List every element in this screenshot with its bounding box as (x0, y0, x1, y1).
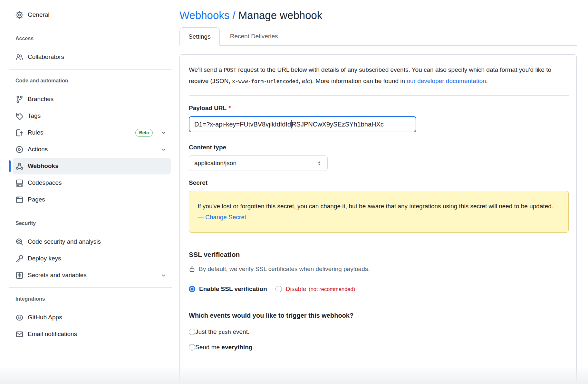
git-branch-icon (15, 95, 24, 103)
select-arrows-icon (316, 160, 322, 166)
sidebar-item-label: Codespaces (28, 179, 62, 186)
developer-documentation-link[interactable]: our developer documentation (407, 78, 486, 84)
just-push-radio[interactable] (189, 329, 195, 335)
disable-ssl-label[interactable]: Disable (286, 286, 306, 293)
sidebar-item-label: Code security and analysis (28, 238, 101, 245)
lock-icon (189, 266, 195, 272)
sidebar-item-label: Secrets and variables (28, 272, 87, 279)
sidebar-item-secrets-variables[interactable]: Secrets and variables (13, 267, 171, 284)
sidebar-item-label: Deploy keys (28, 255, 61, 262)
chevron-down-icon[interactable] (161, 147, 166, 152)
sidebar-item-label: General (28, 11, 50, 18)
browser-icon (15, 196, 24, 204)
post-code: POST (224, 67, 236, 73)
push-code: push (218, 329, 231, 335)
ssl-verification-heading: SSL verification (189, 250, 569, 259)
payload-url-value: D1=?x-api-key=FUtvBV8vjlkfdfdfd (194, 121, 291, 128)
ssl-description-text: By default, we verify SSL certificates w… (199, 266, 370, 273)
breadcrumb[interactable]: Webhooks / (179, 9, 236, 21)
gear-icon (15, 11, 24, 19)
webhook-form-panel: We’ll send a POST request to the URL bel… (179, 54, 577, 384)
play-icon (15, 145, 24, 154)
payload-url-label-text: Payload URL (189, 105, 227, 111)
sidebar-item-code-security[interactable]: Code security and analysis (13, 233, 171, 250)
change-secret-link[interactable]: Change Secret (205, 214, 246, 220)
send-everything-radio[interactable] (189, 344, 195, 351)
sidebar-item-label: Actions (28, 146, 48, 153)
disable-ssl-radio[interactable] (275, 286, 282, 292)
sidebar-divider (9, 287, 172, 288)
active-accent-bar (9, 160, 11, 172)
rules-icon (15, 129, 24, 137)
ssl-description-row: By default, we verify SSL certificates w… (189, 266, 569, 273)
page-title: Webhooks / Manage webhook (179, 8, 577, 23)
asterisk-box-icon (15, 271, 24, 279)
event-option-everything: Send me everything. (189, 344, 569, 351)
send-everything-text: . (252, 344, 254, 351)
sidebar-item-branches[interactable]: Branches (13, 91, 171, 108)
codescan-icon (15, 238, 24, 246)
ssl-radio-group: Enable SSL verification Disable (not rec… (189, 286, 569, 293)
sidebar-item-deploy-keys[interactable]: Deploy keys (13, 250, 171, 267)
sidebar-item-github-apps[interactable]: GitHub Apps (13, 309, 171, 326)
settings-sidebar: General Access Collaborators Code and au… (9, 0, 172, 342)
sidebar-item-tags[interactable]: Tags (13, 108, 171, 124)
tab-settings[interactable]: Settings (179, 27, 220, 46)
codespaces-icon (15, 179, 24, 187)
tab-bar: Settings Recent Deliveries (179, 27, 577, 46)
everything-bold: everything (221, 344, 252, 351)
etc-italic: etc (302, 78, 310, 84)
intro-text: ). More information can be found in (310, 78, 407, 84)
just-push-label[interactable]: Just the push event. (195, 328, 249, 335)
event-option-just-push: Just the push event. (189, 328, 569, 335)
sidebar-section-integrations: Integrations (15, 295, 172, 303)
sidebar-section-access: Access (15, 34, 172, 43)
sidebar-item-label: Webhooks (28, 163, 59, 170)
sidebar-item-webhooks[interactable]: Webhooks (13, 158, 171, 174)
urlencoded-code: x-www-form-urlencoded (232, 78, 298, 84)
webhook-settings-main: Webhooks / Manage webhook Settings Recen… (179, 0, 577, 384)
enable-ssl-radio[interactable] (189, 286, 195, 292)
required-asterisk: * (228, 105, 231, 111)
sidebar-item-codespaces[interactable]: Codespaces (13, 174, 171, 191)
enable-ssl-label[interactable]: Enable SSL verification (199, 286, 267, 293)
content-type-selected-option: application/json (194, 160, 236, 167)
send-everything-text: Send me (195, 344, 221, 351)
sidebar-item-label: Branches (28, 96, 53, 103)
chevron-down-icon[interactable] (161, 273, 166, 278)
events-heading: Which events would you like to trigger t… (189, 311, 569, 320)
content-type-select[interactable]: application/json (189, 155, 328, 171)
sidebar-divider (9, 69, 172, 70)
sidebar-item-label: Tags (28, 112, 41, 119)
sidebar-item-email-notifications[interactable]: Email notifications (13, 326, 171, 342)
people-icon (15, 53, 24, 61)
sidebar-item-label: Rules (28, 129, 43, 136)
intro-text: , (299, 78, 302, 84)
tab-recent-deliveries[interactable]: Recent Deliveries (220, 27, 288, 45)
sidebar-section-security: Security (15, 219, 172, 228)
hubot-icon (15, 314, 24, 322)
just-push-text: Just the (195, 328, 218, 335)
payload-url-label: Payload URL* (189, 104, 569, 112)
sidebar-item-rules[interactable]: Rules Beta (13, 124, 171, 141)
page-title-text: Manage webhook (236, 9, 323, 21)
webhook-icon (15, 162, 24, 170)
sidebar-item-pages[interactable]: Pages (13, 191, 171, 208)
mail-icon (15, 330, 24, 338)
not-recommended-note: (not recommended) (309, 286, 355, 292)
tag-icon (15, 112, 24, 120)
chevron-down-icon[interactable] (161, 130, 166, 136)
send-everything-label[interactable]: Send me everything. (195, 344, 254, 351)
secret-warning-box: If you've lost or forgotten this secret,… (189, 191, 569, 233)
sidebar-item-collaborators[interactable]: Collaborators (13, 49, 171, 65)
sidebar-item-label: Pages (28, 196, 45, 203)
sidebar-item-actions[interactable]: Actions (13, 141, 171, 158)
sidebar-divider (9, 27, 172, 27)
sidebar-item-label: Collaborators (28, 53, 64, 61)
payload-url-input[interactable]: D1=?x-api-key=FUtvBV8vjlkfdfdfdRSJPNCwX9… (189, 116, 416, 132)
sidebar-item-label: GitHub Apps (28, 314, 62, 321)
sidebar-item-general[interactable]: General (13, 6, 171, 23)
just-push-text: event. (231, 328, 249, 335)
content-type-label: Content type (189, 143, 569, 152)
form-divider (189, 95, 569, 96)
